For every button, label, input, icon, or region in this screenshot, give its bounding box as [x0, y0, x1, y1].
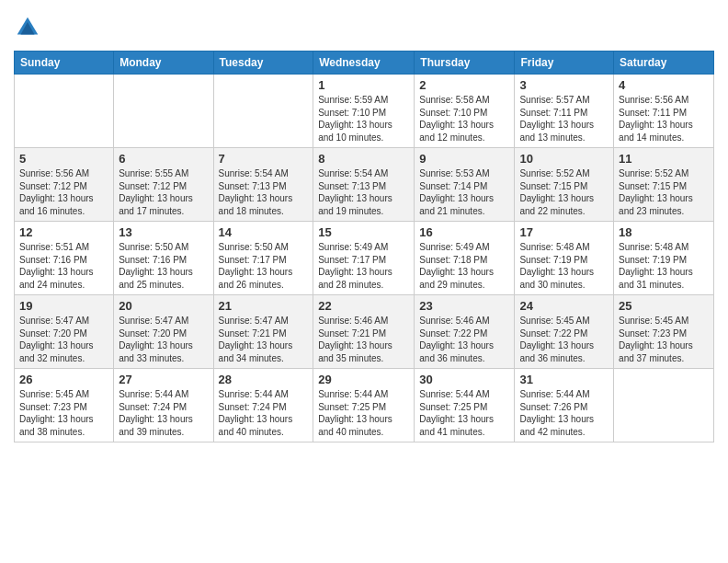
day-number: 7	[219, 152, 309, 166]
calendar-cell: 10Sunrise: 5:52 AM Sunset: 7:15 PM Dayli…	[515, 148, 614, 222]
day-number: 17	[519, 225, 609, 239]
day-info: Sunrise: 5:47 AM Sunset: 7:20 PM Dayligh…	[119, 315, 208, 364]
calendar-cell: 9Sunrise: 5:53 AM Sunset: 7:14 PM Daylig…	[415, 148, 515, 222]
day-number: 24	[519, 299, 609, 313]
day-info: Sunrise: 5:52 AM Sunset: 7:15 PM Dayligh…	[519, 167, 609, 217]
calendar-cell	[15, 75, 114, 148]
calendar-cell: 18Sunrise: 5:48 AM Sunset: 7:19 PM Dayli…	[614, 222, 714, 295]
calendar-cell: 1Sunrise: 5:59 AM Sunset: 7:10 PM Daylig…	[313, 75, 415, 148]
calendar-cell: 13Sunrise: 5:50 AM Sunset: 7:16 PM Dayli…	[114, 222, 213, 295]
calendar-cell	[213, 75, 313, 148]
day-info: Sunrise: 5:48 AM Sunset: 7:19 PM Dayligh…	[519, 241, 609, 291]
day-info: Sunrise: 5:57 AM Sunset: 7:11 PM Dayligh…	[519, 94, 609, 144]
calendar-cell: 21Sunrise: 5:47 AM Sunset: 7:21 PM Dayli…	[213, 295, 313, 369]
day-info: Sunrise: 5:44 AM Sunset: 7:24 PM Dayligh…	[119, 388, 208, 438]
day-info: Sunrise: 5:44 AM Sunset: 7:26 PM Dayligh…	[519, 388, 609, 438]
day-number: 19	[19, 299, 108, 313]
day-number: 30	[419, 373, 509, 386]
day-info: Sunrise: 5:58 AM Sunset: 7:10 PM Dayligh…	[419, 94, 509, 144]
day-number: 31	[519, 373, 609, 386]
calendar-table: SundayMondayTuesdayWednesdayThursdayFrid…	[14, 51, 714, 442]
day-info: Sunrise: 5:56 AM Sunset: 7:12 PM Dayligh…	[19, 167, 108, 217]
calendar-cell: 26Sunrise: 5:45 AM Sunset: 7:23 PM Dayli…	[15, 369, 114, 442]
day-number: 12	[19, 225, 108, 239]
calendar-week-1: 1Sunrise: 5:59 AM Sunset: 7:10 PM Daylig…	[15, 75, 714, 148]
day-number: 26	[19, 373, 108, 386]
day-number: 16	[419, 225, 509, 239]
day-number: 5	[19, 152, 108, 166]
day-info: Sunrise: 5:48 AM Sunset: 7:19 PM Dayligh…	[619, 241, 709, 291]
day-info: Sunrise: 5:45 AM Sunset: 7:23 PM Dayligh…	[619, 315, 709, 364]
col-header-sunday: Sunday	[15, 52, 114, 75]
day-info: Sunrise: 5:52 AM Sunset: 7:15 PM Dayligh…	[619, 167, 709, 217]
calendar-cell: 23Sunrise: 5:46 AM Sunset: 7:22 PM Dayli…	[415, 295, 515, 369]
calendar-week-3: 12Sunrise: 5:51 AM Sunset: 7:16 PM Dayli…	[15, 222, 714, 295]
calendar-cell: 16Sunrise: 5:49 AM Sunset: 7:18 PM Dayli…	[415, 222, 515, 295]
col-header-monday: Monday	[114, 52, 213, 75]
day-info: Sunrise: 5:44 AM Sunset: 7:25 PM Dayligh…	[419, 388, 509, 438]
calendar-cell: 24Sunrise: 5:45 AM Sunset: 7:22 PM Dayli…	[515, 295, 614, 369]
col-header-thursday: Thursday	[415, 52, 515, 75]
day-info: Sunrise: 5:50 AM Sunset: 7:17 PM Dayligh…	[219, 241, 309, 291]
day-info: Sunrise: 5:53 AM Sunset: 7:14 PM Dayligh…	[419, 167, 509, 217]
calendar-cell: 8Sunrise: 5:54 AM Sunset: 7:13 PM Daylig…	[313, 148, 415, 222]
calendar-cell: 31Sunrise: 5:44 AM Sunset: 7:26 PM Dayli…	[515, 369, 614, 442]
day-number: 18	[619, 225, 709, 239]
day-number: 6	[119, 152, 208, 166]
day-info: Sunrise: 5:45 AM Sunset: 7:23 PM Dayligh…	[19, 388, 108, 438]
calendar-cell: 19Sunrise: 5:47 AM Sunset: 7:20 PM Dayli…	[15, 295, 114, 369]
calendar-cell: 4Sunrise: 5:56 AM Sunset: 7:11 PM Daylig…	[614, 75, 714, 148]
logo-icon	[14, 14, 41, 41]
calendar-week-4: 19Sunrise: 5:47 AM Sunset: 7:20 PM Dayli…	[15, 295, 714, 369]
day-number: 23	[419, 299, 509, 313]
calendar-cell	[614, 369, 714, 442]
calendar-cell: 30Sunrise: 5:44 AM Sunset: 7:25 PM Dayli…	[415, 369, 515, 442]
col-header-tuesday: Tuesday	[213, 52, 313, 75]
day-number: 11	[619, 152, 709, 166]
calendar-cell: 29Sunrise: 5:44 AM Sunset: 7:25 PM Dayli…	[313, 369, 415, 442]
calendar-cell: 28Sunrise: 5:44 AM Sunset: 7:24 PM Dayli…	[213, 369, 313, 442]
day-number: 2	[419, 78, 509, 92]
calendar-cell: 7Sunrise: 5:54 AM Sunset: 7:13 PM Daylig…	[213, 148, 313, 222]
day-number: 8	[318, 152, 409, 166]
day-number: 27	[119, 373, 208, 386]
day-info: Sunrise: 5:59 AM Sunset: 7:10 PM Dayligh…	[318, 94, 409, 144]
page-header	[14, 14, 714, 41]
day-info: Sunrise: 5:47 AM Sunset: 7:21 PM Dayligh…	[219, 315, 309, 364]
day-number: 3	[519, 78, 609, 92]
col-header-friday: Friday	[515, 52, 614, 75]
calendar-cell: 22Sunrise: 5:46 AM Sunset: 7:21 PM Dayli…	[313, 295, 415, 369]
day-number: 25	[619, 299, 709, 313]
day-info: Sunrise: 5:55 AM Sunset: 7:12 PM Dayligh…	[119, 167, 208, 217]
calendar-cell: 15Sunrise: 5:49 AM Sunset: 7:17 PM Dayli…	[313, 222, 415, 295]
calendar-cell: 5Sunrise: 5:56 AM Sunset: 7:12 PM Daylig…	[15, 148, 114, 222]
calendar-week-5: 26Sunrise: 5:45 AM Sunset: 7:23 PM Dayli…	[15, 369, 714, 442]
calendar-cell: 3Sunrise: 5:57 AM Sunset: 7:11 PM Daylig…	[515, 75, 614, 148]
calendar-cell: 2Sunrise: 5:58 AM Sunset: 7:10 PM Daylig…	[415, 75, 515, 148]
day-info: Sunrise: 5:44 AM Sunset: 7:25 PM Dayligh…	[318, 388, 409, 438]
day-info: Sunrise: 5:51 AM Sunset: 7:16 PM Dayligh…	[19, 241, 108, 291]
day-info: Sunrise: 5:56 AM Sunset: 7:11 PM Dayligh…	[619, 94, 709, 144]
day-info: Sunrise: 5:49 AM Sunset: 7:18 PM Dayligh…	[419, 241, 509, 291]
calendar-cell: 12Sunrise: 5:51 AM Sunset: 7:16 PM Dayli…	[15, 222, 114, 295]
day-info: Sunrise: 5:54 AM Sunset: 7:13 PM Dayligh…	[219, 167, 309, 217]
calendar-cell: 27Sunrise: 5:44 AM Sunset: 7:24 PM Dayli…	[114, 369, 213, 442]
calendar-cell: 17Sunrise: 5:48 AM Sunset: 7:19 PM Dayli…	[515, 222, 614, 295]
calendar-cell: 14Sunrise: 5:50 AM Sunset: 7:17 PM Dayli…	[213, 222, 313, 295]
day-number: 9	[419, 152, 509, 166]
day-number: 1	[318, 78, 409, 92]
day-number: 20	[119, 299, 208, 313]
day-info: Sunrise: 5:46 AM Sunset: 7:21 PM Dayligh…	[318, 315, 409, 364]
col-header-saturday: Saturday	[614, 52, 714, 75]
day-number: 15	[318, 225, 409, 239]
day-number: 28	[219, 373, 309, 386]
day-number: 29	[318, 373, 409, 386]
logo	[14, 14, 45, 41]
calendar-cell: 11Sunrise: 5:52 AM Sunset: 7:15 PM Dayli…	[614, 148, 714, 222]
calendar-cell: 25Sunrise: 5:45 AM Sunset: 7:23 PM Dayli…	[614, 295, 714, 369]
day-number: 22	[318, 299, 409, 313]
day-number: 4	[619, 78, 709, 92]
calendar-header-row: SundayMondayTuesdayWednesdayThursdayFrid…	[15, 52, 714, 75]
calendar-week-2: 5Sunrise: 5:56 AM Sunset: 7:12 PM Daylig…	[15, 148, 714, 222]
day-info: Sunrise: 5:44 AM Sunset: 7:24 PM Dayligh…	[219, 388, 309, 438]
